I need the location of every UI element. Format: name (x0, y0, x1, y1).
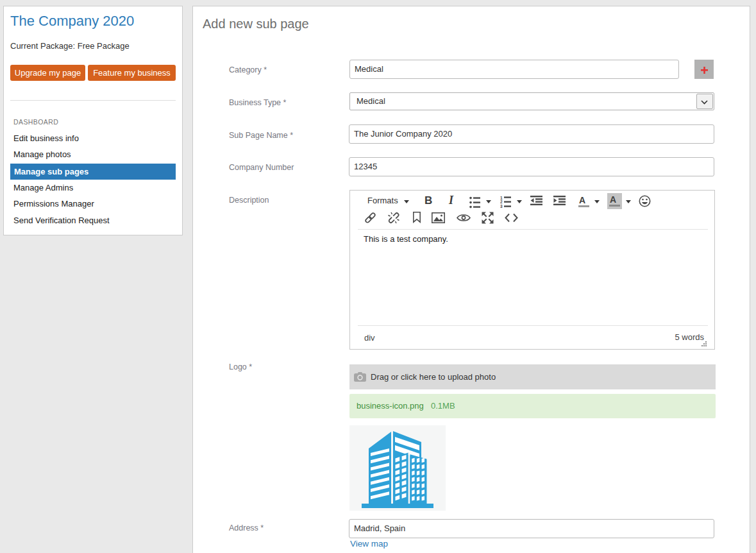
svg-text:3: 3 (500, 204, 503, 208)
